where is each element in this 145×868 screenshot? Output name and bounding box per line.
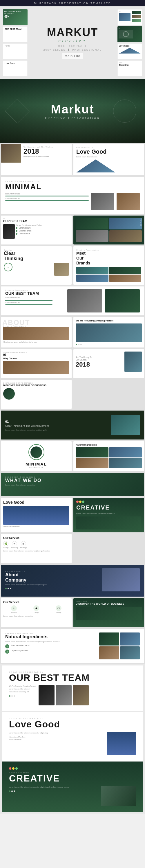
num-1: 1 xyxy=(5,644,9,648)
cactus-img xyxy=(54,263,69,276)
cr-dot-red xyxy=(9,767,11,770)
natural-item-2: 2 Organic ingredients xyxy=(5,650,96,654)
main-file-badge: Main File xyxy=(62,53,83,59)
hero-circle-1 xyxy=(113,99,136,123)
clear-circle: ○ xyxy=(4,263,13,271)
about-company-img xyxy=(102,568,140,591)
team-grid-2 xyxy=(109,218,142,229)
main-title-section: DISCOVER THE WORLD OF BUSINESS 45+ OUR B… xyxy=(0,6,145,79)
thumb-6: 02 xyxy=(117,26,142,42)
slide-large-love-good: Creative Presentation Love Good Lorem ip… xyxy=(2,712,143,761)
cr-dot-1 xyxy=(9,790,10,792)
dot-indicators xyxy=(76,344,142,345)
brand-3 xyxy=(76,275,108,282)
nat3-img-2 xyxy=(120,632,140,646)
slide-our-service-3: Our Service ✦ Creative ◈ Design ⬡ xyxy=(1,598,72,627)
love-good-large-img xyxy=(107,732,136,755)
about-dots xyxy=(5,588,99,589)
brand-subtitle: creative xyxy=(30,38,115,43)
slide-img-brown xyxy=(1,144,21,163)
thumb-2: OUR BEST TEAM xyxy=(3,26,28,42)
cr-dot-green xyxy=(15,767,18,770)
dot-yellow xyxy=(79,500,81,503)
dot-red xyxy=(76,500,79,503)
thumb-1: DISCOVER THE WORLD OF BUSINESS 45+ xyxy=(3,9,28,25)
slide-clear-wrong: 01Clear Thinking At The Wrong Moment Lor… xyxy=(1,410,144,439)
brand-2 xyxy=(109,267,141,274)
creative-large-heading: CREATIVE xyxy=(9,774,136,783)
cr-dot-2 xyxy=(11,790,13,792)
slide-minimal-2: MINIMAL THE WORLD OF xyxy=(1,441,72,471)
icon-leaf: 🌿 xyxy=(3,541,8,546)
minimal-circle xyxy=(28,444,44,460)
minimal-img-2 xyxy=(117,193,140,210)
left-thumbnails: DISCOVER THE WORLD OF BUSINESS 45+ OUR B… xyxy=(3,9,28,76)
nat3-img-4 xyxy=(120,646,140,659)
slides-grid: We Consider All The Wishes 2018 Lorem ip… xyxy=(0,143,145,664)
slide-providing: We are Providing Amazing Perfect xyxy=(73,317,144,347)
bullet-3 xyxy=(16,233,17,235)
about-dot-1 xyxy=(5,588,7,589)
natural-item-1: 1 Pure natural extracts xyxy=(5,644,96,648)
slide-our-service-2: Our Service 🌿 Design ★ Branding ◉ Strate… xyxy=(1,534,72,563)
slide-ready: Are You Ready ToGet Started? 2018 xyxy=(73,349,144,378)
bt-person-1 xyxy=(39,685,54,705)
creative-dots xyxy=(9,790,99,792)
natural-list: 1 Pure natural extracts 2 Organic ingred… xyxy=(5,644,96,654)
creative-heading: CREATIVE xyxy=(76,504,141,511)
slide-discover-2: Discover DISCOVER THE WORLD OF BUSINESS xyxy=(73,598,144,627)
slide-2018: We Consider All The Wishes 2018 Lorem ip… xyxy=(1,144,72,175)
brand-area: MARKUT creative BEST TEMPLATE 265+ Slide… xyxy=(30,27,115,59)
bullet-1 xyxy=(16,227,17,229)
bt-person-3 xyxy=(73,685,89,705)
service-circle-1: ✦ xyxy=(11,605,17,611)
nat-img-3 xyxy=(76,458,108,468)
slide-minimal-1: Creative Presentation MINIMAL 100% AMINO… xyxy=(1,177,144,214)
bt-dot-2 xyxy=(11,695,13,697)
cr-dot-3 xyxy=(14,790,15,792)
dot-1 xyxy=(78,344,79,345)
service-icons: 🌿 Design ★ Branding ◉ Strategy xyxy=(3,541,69,549)
slide-creative: CREATIVE Lorem ipsum dolor sit amet cons… xyxy=(73,498,144,532)
service-icon-2: ★ Branding xyxy=(11,541,18,549)
hero-subtitle: Creative Presentation xyxy=(45,116,100,120)
icon-star: ★ xyxy=(12,541,17,546)
slide-large-creative: Presentation CREATIVE Lorem ipsum dolor … xyxy=(2,762,143,812)
bt-person-2 xyxy=(56,685,72,705)
slide-about-1: ABOUT Creative Presentation About our co… xyxy=(1,317,72,347)
thumb-3: TEAM xyxy=(3,43,28,59)
team-grid-1 xyxy=(76,218,108,229)
about-dot-3 xyxy=(10,588,11,589)
header-bar: BLUESTACK PRESENTATION TEMPLATE xyxy=(0,0,145,6)
dot-green xyxy=(82,500,84,503)
cr-dot-yellow xyxy=(12,767,15,770)
bullet-2 xyxy=(16,230,17,232)
creative-large-img xyxy=(101,786,136,806)
slide-our-best-team-2: Creative Presentation OUR BEST TEAM 100%… xyxy=(1,286,144,315)
slide-why-choose: DISPLAYED PERFORMANCE 01 Why Choose xyxy=(1,349,72,378)
team-grid-4 xyxy=(109,230,142,242)
num-2: 2 xyxy=(5,650,9,654)
slide-about-company: Presentation AboutCompany Lorem ipsum do… xyxy=(1,565,144,597)
team-img-1 xyxy=(3,224,15,239)
slide-discover-world: DISPLAYED PERFORMANCE DISCOVER THE WORLD… xyxy=(1,380,72,409)
service-circle-3: ⬡ xyxy=(56,605,62,611)
nat3-img-1 xyxy=(99,632,119,646)
hero-slide: Markut Creative Presentation xyxy=(0,79,145,143)
why-choose-img xyxy=(3,361,69,374)
clear-wrong-img xyxy=(111,415,140,435)
slide-large-our-best-team: Creative Presentation OUR BEST TEAM We A… xyxy=(2,665,143,711)
nat-img-2 xyxy=(109,447,142,458)
love-waterfall xyxy=(3,506,69,525)
dot-active xyxy=(76,344,77,345)
icon-chart: ◉ xyxy=(21,541,26,546)
thumb-4: Love Good xyxy=(3,60,28,76)
best-team-dots xyxy=(9,695,36,697)
slide-img-triangle xyxy=(76,159,115,173)
brand-1 xyxy=(76,267,108,274)
slide-clear-thinking: Creative ClearThinking ○ xyxy=(1,246,72,285)
bt-dot-1 xyxy=(9,695,10,697)
hero-text-block: Markut Creative Presentation xyxy=(45,102,100,120)
slide-our-best-team-1: 06 OUR BEST TEAM We are Providing Amazin… xyxy=(1,216,72,245)
right-thumbnails: 03 02 Love Good xyxy=(117,9,142,76)
